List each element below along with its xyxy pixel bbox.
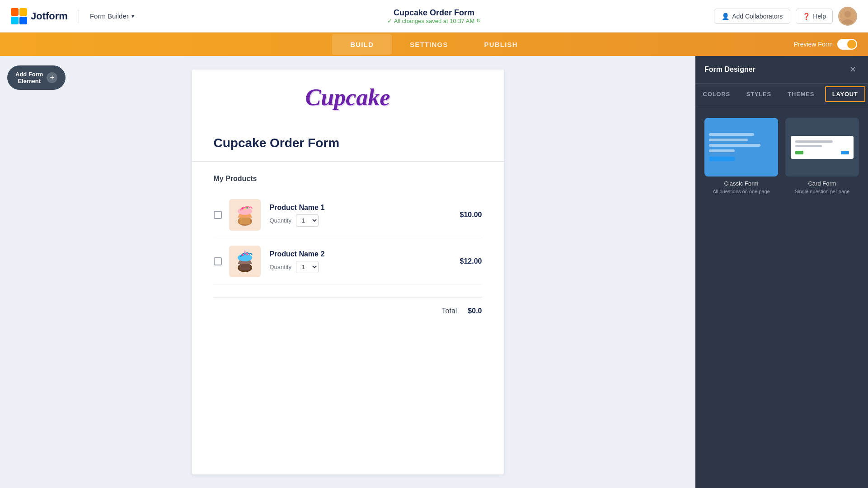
form-canvas: Cupcake Cupcake Order Form My Products [0,56,695,488]
svg-rect-3 [19,17,27,24]
main-area: Add Form Element + Cupcake Cupcake Order… [0,56,868,488]
total-label: Total [442,307,457,315]
cp-nav [795,151,849,154]
tab-styles[interactable]: STYLES [738,84,780,105]
svg-rect-0 [11,8,19,16]
designer-panel: Form Designer ✕ COLORS STYLES THEMES LAY… [695,56,868,488]
nav-tabs: BUILD SETTINGS PUBLISH [332,34,536,55]
form-builder-button[interactable]: Form Builder ▾ [90,12,134,20]
svg-rect-2 [11,17,19,24]
classic-form-preview [704,118,778,177]
tab-layout[interactable]: LAYOUT [825,86,866,102]
product-price-2: $12.00 [460,257,482,265]
tab-themes[interactable]: THEMES [780,84,822,105]
cp-arrow-left [795,151,803,154]
cupcake-image-2 [231,248,258,275]
logo-text: Jotform [31,10,68,22]
refresh-icon: ↻ [476,18,481,24]
svg-point-16 [242,254,244,256]
quantity-select-2[interactable]: 1 2 3 [296,261,319,273]
card-preview-inner [791,136,854,159]
nav-tab-build[interactable]: BUILD [332,34,392,55]
form-main-title: Cupcake Order Form [214,136,482,150]
logo: Jotform [11,8,68,24]
product-name-2: Product Name 2 [270,250,453,258]
product-item-1: Product Name 1 Quantity 1 2 3 $10.00 [214,192,482,238]
header-center: Cupcake Order Form ✓ All changes saved a… [387,8,481,24]
nav-tab-publish[interactable]: PUBLISH [466,34,536,55]
add-form-text: Add Form Element [15,71,43,84]
svg-point-18 [244,252,246,254]
tab-colors[interactable]: COLORS [695,84,738,105]
chevron-down-icon: ▾ [131,13,134,19]
designer-tabs: COLORS STYLES THEMES LAYOUT [695,84,868,105]
form-header-section: Cupcake Order Form [192,118,504,162]
quantity-row-1: Quantity 1 2 3 [270,214,453,227]
svg-point-15 [238,254,252,261]
quantity-row-2: Quantity 1 2 3 [270,261,453,273]
form-title: Cupcake Order Form [387,8,481,18]
user-icon: 👤 [722,13,729,20]
toggle-knob [847,40,856,49]
card-form-label: Card Form Single question per page [785,180,859,194]
lp-line-2 [709,139,748,141]
check-icon: ✓ [387,18,392,24]
designer-content: Classic Form All questions on one page [695,105,868,488]
product-image-1 [229,199,261,231]
designer-title: Form Designer [704,65,755,74]
product-info-2: Product Name 2 Quantity 1 2 3 [270,250,453,273]
preview-form-label: Preview Form [794,41,833,48]
add-form-element-button[interactable]: Add Form Element + [7,65,66,90]
svg-point-5 [845,11,851,17]
card-form-preview [785,118,859,177]
avatar[interactable] [838,7,857,26]
cp-arrow-right [841,151,849,154]
lp-line-1 [709,133,754,136]
plus-icon: + [47,72,57,83]
header-divider [79,10,79,23]
jotform-logo-icon [11,8,27,24]
svg-point-10 [242,208,244,209]
card-form-option[interactable]: Card Form Single question per page [785,118,859,194]
svg-point-9 [238,208,252,215]
header-right: 👤 Add Collaborators ❓ Help [714,7,857,26]
classic-form-option[interactable]: Classic Form All questions on one page [704,118,778,194]
nav-tab-settings[interactable]: SETTINGS [392,34,466,55]
product-checkbox-1[interactable] [214,211,222,219]
svg-rect-8 [239,218,250,224]
section-label: My Products [214,175,482,183]
total-value: $0.0 [468,307,482,315]
header-left: Jotform Form Builder ▾ [11,8,134,24]
quantity-select-1[interactable]: 1 2 3 [296,214,319,227]
help-circle-icon: ❓ [802,13,810,20]
quantity-label-1: Quantity [270,217,291,224]
quantity-label-2: Quantity [270,264,291,270]
product-checkbox-2[interactable] [214,257,222,265]
nav-bar: BUILD SETTINGS PUBLISH Preview Form [0,33,868,56]
lp-btn-classic [709,157,735,161]
svg-rect-1 [19,8,27,16]
form-products-section: My Products [192,162,504,297]
form-saved-status: ✓ All changes saved at 10:37 AM ↻ [387,18,481,24]
product-name-1: Product Name 1 [270,204,453,212]
svg-point-12 [244,209,245,210]
lp-line-3 [709,144,760,147]
product-item-2: Product Name 2 Quantity 1 2 3 $12.00 [214,238,482,285]
product-info-1: Product Name 1 Quantity 1 2 3 [270,204,453,227]
close-button[interactable]: ✕ [846,63,859,76]
form-card: Cupcake Cupcake Order Form My Products [192,70,504,474]
header: Jotform Form Builder ▾ Cupcake Order For… [0,0,868,33]
product-price-1: $10.00 [460,211,482,219]
layout-options: Classic Form All questions on one page [704,118,859,194]
product-image-2 [229,246,261,277]
total-row: Total $0.0 [192,298,504,324]
preview-toggle[interactable] [837,39,857,50]
designer-header: Form Designer ✕ [695,56,868,84]
help-button[interactable]: ❓ Help [796,9,833,24]
cp-line-1 [795,140,833,143]
classic-preview-inner [709,133,774,161]
form-logo-area: Cupcake [192,70,504,118]
classic-form-label: Classic Form All questions on one page [704,180,778,194]
lp-line-4 [709,149,735,152]
add-collaborators-button[interactable]: 👤 Add Collaborators [714,9,790,24]
